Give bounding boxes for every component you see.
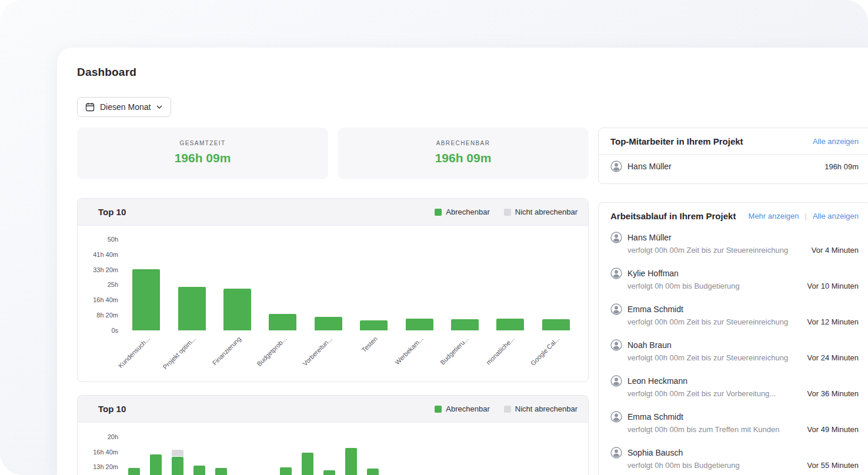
bar-column xyxy=(449,437,470,475)
chart-header: Top 10 Abrechenbar Nicht abrechenbar xyxy=(78,396,588,423)
activity-description: verfolgt 00h 00m Zeit bis zur Steuereinr… xyxy=(627,246,804,255)
show-all-link[interactable]: Alle anzeigen xyxy=(813,212,859,220)
bar-billable xyxy=(360,320,388,330)
app-window: Dashboard Diesen Monat xyxy=(0,0,868,475)
activity-name: Kylie Hoffman xyxy=(627,269,679,279)
x-axis-label: Google Cal... xyxy=(529,335,561,367)
chart-body: 20h16h 40m13h 20m xyxy=(78,423,588,475)
bar-billable xyxy=(193,466,205,475)
bars xyxy=(123,437,579,475)
stat-card-billable: ABRECHENBAR 196h 09m xyxy=(338,128,589,179)
show-more-link[interactable]: Mehr anzeigen xyxy=(749,212,799,220)
bar-column xyxy=(275,437,297,475)
activity-time: Vor 49 Minuten xyxy=(807,425,859,434)
legend-label: Abrechenbar xyxy=(446,208,489,216)
top10-projects-chart-card: Top 10 Abrechenbar Nicht abrechenbar xyxy=(77,198,589,382)
chart-title: Top 10 xyxy=(98,207,126,217)
activity-item: Hans Müller verfolgt 00h 00m Zeit bis zu… xyxy=(599,226,868,262)
avatar-icon xyxy=(610,447,622,459)
avatar-icon xyxy=(610,303,622,315)
y-tick: 16h 40m xyxy=(93,449,118,456)
activity-item: Sophia Bausch verfolgt 0h 00m bis Budget… xyxy=(599,441,868,475)
activity-time: Vor 12 Minuten xyxy=(807,317,859,326)
y-tick: 16h 40m xyxy=(93,296,118,303)
y-tick: 0s xyxy=(111,327,118,334)
activity-name: Sophia Bausch xyxy=(627,448,683,458)
activity-name: Leon Heckmann xyxy=(627,376,687,386)
bar-billable xyxy=(496,319,524,330)
activity-description: verfolgt 0h 00m bis Budgetierung xyxy=(627,282,800,291)
legend-label: Nicht abrechenbar xyxy=(515,208,577,216)
activity-name: Emma Schmidt xyxy=(627,305,683,315)
bar-nonbillable xyxy=(172,450,183,456)
bar-column xyxy=(145,437,167,475)
x-axis-label: Budgetprob... xyxy=(255,335,288,367)
y-axis: 50h41h 40m33h 20m25h16h 40m8h 20m0s xyxy=(78,226,123,382)
x-axis-label: Werbekam... xyxy=(393,335,424,366)
plot-area xyxy=(123,423,579,475)
y-tick: 13h 20m xyxy=(93,463,118,470)
bar-billable xyxy=(150,454,162,475)
avatar-icon xyxy=(610,160,622,172)
activity-description: verfolgt 00h 00m Zeit bis zur Vorbereitu… xyxy=(627,389,800,399)
activity-description: verfolgt 00h 00m bis zum Treffen mit Kun… xyxy=(627,425,800,434)
bar-billable xyxy=(451,319,479,330)
page-title: Dashboard xyxy=(77,65,868,79)
bar-column xyxy=(340,437,362,475)
date-range-dropdown[interactable]: Diesen Monat xyxy=(77,97,171,117)
activity-time: Vor 10 Minuten xyxy=(807,282,859,290)
activity-description: verfolgt 00h 00m Zeit bis zur Steuereinr… xyxy=(627,317,800,327)
stat-card-total-time: GESAMTZEIT 196h 09m xyxy=(77,128,328,179)
bar-billable xyxy=(345,448,357,475)
bar-column xyxy=(253,437,275,475)
chevron-down-icon xyxy=(156,103,163,111)
panel-title: Top-Mitarbeiter in Ihrem Projekt xyxy=(610,136,813,146)
plot-area: Kundensuch...Projekt optim...Finanzierun… xyxy=(123,226,579,382)
x-axis-label: Testen xyxy=(360,335,379,353)
bar-column xyxy=(442,239,488,330)
x-axis-label: Vorbereitun... xyxy=(301,335,333,367)
bar-column xyxy=(470,437,492,475)
bar-column xyxy=(189,437,211,475)
activity-description: verfolgt 00h 00m Zeit bis zur Steuereinr… xyxy=(627,353,800,363)
activity-item: Emma Schmidt verfolgt 00h 00m Zeit bis z… xyxy=(599,297,868,333)
bar-billable xyxy=(406,319,433,330)
calendar-icon xyxy=(85,102,95,112)
bar-column xyxy=(405,437,427,475)
bar-column xyxy=(123,239,169,330)
content-grid: GESAMTZEIT 196h 09m ABRECHENBAR 196h 09m… xyxy=(77,128,868,475)
chart-legend: Abrechenbar Nicht abrechenbar xyxy=(435,208,577,216)
show-all-link[interactable]: Alle anzeigen xyxy=(813,137,859,146)
bar-column xyxy=(260,239,305,330)
legend-item-nonbillable: Nicht abrechenbar xyxy=(504,404,577,413)
y-axis: 20h16h 40m13h 20m xyxy=(78,423,123,475)
legend-item-billable: Abrechenbar xyxy=(435,404,489,413)
activity-panel: Arbeitsablauf in Ihrem Projekt Mehr anze… xyxy=(598,202,868,475)
bar-billable xyxy=(128,468,140,475)
bar-column xyxy=(123,437,145,475)
bar-billable xyxy=(367,469,379,475)
bar-billable xyxy=(542,319,570,330)
billable-swatch-icon xyxy=(435,406,442,413)
right-column: Top-Mitarbeiter in Ihrem Projekt Alle an… xyxy=(598,128,868,475)
bar-column xyxy=(396,239,442,330)
activity-name: Hans Müller xyxy=(627,233,672,243)
activity-time: Vor 4 Minuten xyxy=(812,246,859,255)
activity-item: Kylie Hoffman verfolgt 0h 00m bis Budget… xyxy=(599,262,868,297)
bar-column xyxy=(167,437,189,475)
y-tick: 41h 40m xyxy=(93,251,118,258)
bar-column xyxy=(215,239,260,330)
bar-column xyxy=(306,239,351,330)
stat-value: 196h 09m xyxy=(338,151,589,165)
y-tick: 20h xyxy=(108,433,118,440)
bar-billable xyxy=(132,269,160,330)
bar-column xyxy=(169,239,214,330)
avatar-icon xyxy=(610,411,622,423)
legend-item-nonbillable: Nicht abrechenbar xyxy=(504,208,577,216)
top10-tasks-chart-card: Top 10 Abrechenbar Nicht abrechenbar xyxy=(77,395,589,475)
avatar-icon xyxy=(610,267,622,279)
bar-column xyxy=(351,239,396,330)
activity-time: Vor 55 Minuten xyxy=(807,461,859,470)
chart-header: Top 10 Abrechenbar Nicht abrechenbar xyxy=(78,199,588,226)
bar-billable xyxy=(223,289,251,330)
